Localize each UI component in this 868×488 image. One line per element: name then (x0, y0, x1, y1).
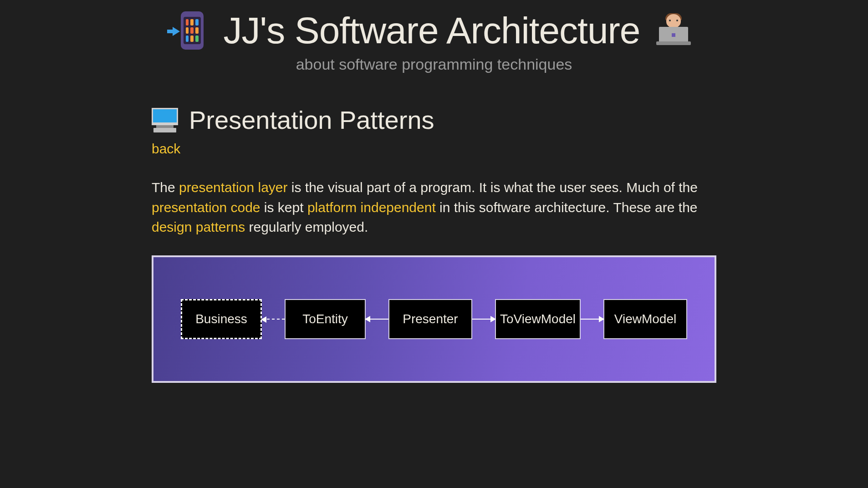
link-platform-independent[interactable]: platform independent (307, 200, 436, 215)
link-presentation-code[interactable]: presentation code (152, 200, 260, 215)
page-title: Presentation Patterns (152, 105, 716, 135)
site-title: JJ's Software Architecture (224, 9, 640, 52)
intro-paragraph: The presentation layer is the visual par… (152, 178, 716, 237)
intro-text: is the visual part of a program. It is w… (288, 180, 698, 195)
arrow-left-icon (262, 319, 285, 320)
arrow-right-icon (581, 319, 603, 320)
desktop-computer-icon (152, 108, 178, 132)
diagram-node-presenter: Presenter (388, 299, 472, 339)
back-link[interactable]: back (152, 141, 180, 157)
diagram-node-viewmodel: ViewModel (603, 299, 687, 339)
intro-text: in this software architecture. These are… (436, 200, 698, 215)
link-presentation-layer[interactable]: presentation layer (179, 180, 287, 195)
diagram-node-business: Business (181, 299, 262, 339)
intro-text: The (152, 180, 179, 195)
intro-text: is kept (260, 200, 307, 215)
arrow-right-icon (472, 319, 495, 320)
link-design-patterns[interactable]: design patterns (152, 219, 245, 234)
app-grid-icon (176, 11, 208, 50)
page-heading-text: Presentation Patterns (189, 105, 434, 135)
intro-text: regularly employed. (245, 219, 368, 234)
site-header: JJ's Software Architecture about softwar… (152, 9, 716, 73)
diagram-node-to-entity: ToEntity (285, 299, 366, 339)
site-subtitle: about software programming techniques (152, 56, 716, 73)
presentation-patterns-diagram: Business ToEntity Presenter ToViewModel … (152, 255, 716, 383)
arrow-left-icon (366, 319, 388, 320)
technologist-icon (655, 14, 692, 47)
diagram-node-to-viewmodel: ToViewModel (495, 299, 581, 339)
